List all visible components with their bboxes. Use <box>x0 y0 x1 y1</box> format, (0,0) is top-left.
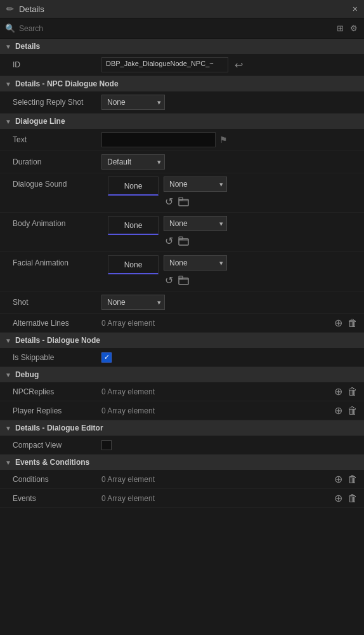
facial-animation-row: Facial Animation None None ↺ <box>0 252 364 291</box>
dialogue-sound-value: None None ↺ <box>108 177 358 209</box>
body-animation-reset-button[interactable]: ↺ <box>164 234 174 248</box>
grid-icon[interactable]: ⊞ <box>335 22 345 34</box>
conditions-row: Conditions 0 Array element ⊕ 🗑 <box>0 470 364 489</box>
section-npc-dialogue-node[interactable]: ▼ Details - NPC Dialogue Node <box>0 76 364 91</box>
duration-select[interactable]: Default <box>101 154 165 170</box>
flag-icon[interactable]: ⚑ <box>219 135 228 145</box>
conditions-add-button[interactable]: ⊕ <box>334 473 342 485</box>
id-value-area: DBP_Jake_DialogueNode_NPC_~ ↩ <box>101 57 358 72</box>
facial-animation-value: None None ↺ <box>108 255 358 288</box>
body-animation-select[interactable]: None <box>164 216 227 231</box>
shot-select[interactable]: None <box>101 295 165 310</box>
section-details-title: Details <box>15 42 40 51</box>
alternative-lines-delete-button[interactable]: 🗑 <box>348 318 358 329</box>
conditions-delete-button[interactable]: 🗑 <box>348 474 358 485</box>
id-reset-button[interactable]: ↩ <box>232 59 245 71</box>
section-details[interactable]: ▼ Details <box>0 39 364 54</box>
facial-animation-bottom-row: ↺ <box>164 273 227 288</box>
player-replies-actions: ⊕ 🗑 <box>334 404 358 417</box>
player-replies-add-button[interactable]: ⊕ <box>334 404 342 417</box>
compact-view-value <box>101 440 358 450</box>
body-animation-controls: None ↺ <box>164 216 227 248</box>
shot-select-wrapper: None <box>101 295 165 310</box>
body-animation-asset[interactable]: None <box>108 216 159 235</box>
dialogue-sound-browse-button[interactable] <box>177 196 191 208</box>
player-replies-value: 0 Array element <box>101 406 334 415</box>
section-dialogue-node[interactable]: ▼ Details - Dialogue Node <box>0 333 364 348</box>
events-label: Events <box>13 494 101 503</box>
section-debug-title: Debug <box>15 370 39 379</box>
facial-animation-select[interactable]: None <box>164 255 227 271</box>
events-add-button[interactable]: ⊕ <box>334 492 342 504</box>
text-label: Text <box>13 135 101 144</box>
events-value: 0 Array element <box>101 494 334 503</box>
dialogue-sound-select[interactable]: None <box>164 177 227 192</box>
player-replies-label: Player Replies <box>13 406 101 415</box>
close-button[interactable]: × <box>353 4 358 14</box>
id-value: DBP_Jake_DialogueNode_NPC_~ <box>101 57 228 72</box>
is-skippable-checkbox[interactable] <box>101 352 112 363</box>
selecting-reply-shot-select[interactable]: None <box>101 95 165 110</box>
player-replies-delete-button[interactable]: 🗑 <box>348 405 358 417</box>
section-debug[interactable]: ▼ Debug <box>0 367 364 382</box>
chevron-icon: ▼ <box>5 459 11 466</box>
search-actions: ⊞ ⚙ <box>335 22 359 34</box>
body-animation-row: Body Animation None None ↺ <box>0 213 364 252</box>
section-events-conditions[interactable]: ▼ Events & Conditions <box>0 455 364 470</box>
text-value-area: ⚑ <box>101 132 358 147</box>
shot-row: Shot None <box>0 291 364 314</box>
body-animation-select-wrapper: None <box>164 216 227 231</box>
section-dialogue-editor[interactable]: ▼ Details - Dialogue Editor <box>0 420 364 436</box>
npc-replies-add-button[interactable]: ⊕ <box>334 385 342 398</box>
is-skippable-value <box>101 352 358 363</box>
dialogue-sound-row: Dialogue Sound None None ↺ <box>0 173 364 213</box>
text-input[interactable] <box>101 132 216 147</box>
chevron-icon: ▼ <box>5 81 11 88</box>
conditions-value: 0 Array element <box>101 475 334 484</box>
chevron-icon: ▼ <box>5 425 11 432</box>
search-bar: 🔍 ⊞ ⚙ <box>0 18 364 39</box>
panel-title: Details <box>19 4 348 14</box>
facial-animation-top-row: None <box>164 255 227 271</box>
body-animation-label: Body Animation <box>13 216 101 228</box>
facial-animation-browse-button[interactable] <box>177 274 191 287</box>
alternative-lines-actions: ⊕ 🗑 <box>334 317 358 329</box>
id-label: ID <box>13 60 101 69</box>
section-npc-title: Details - NPC Dialogue Node <box>15 79 119 88</box>
text-row: Text ⚑ <box>0 129 364 151</box>
facial-animation-reset-button[interactable]: ↺ <box>164 273 174 288</box>
selecting-reply-shot-value: None <box>101 95 358 110</box>
facial-animation-asset[interactable]: None <box>108 255 159 274</box>
alternative-lines-value: 0 Array element <box>101 319 334 328</box>
compact-view-checkbox[interactable] <box>101 440 112 450</box>
duration-value-area: Default <box>101 154 358 170</box>
selecting-reply-shot-label: Selecting Reply Shot <box>13 98 101 107</box>
dialogue-sound-reset-button[interactable]: ↺ <box>164 194 174 209</box>
npc-replies-row: NPCReplies 0 Array element ⊕ 🗑 <box>0 382 364 401</box>
edit-icon: ✏ <box>6 4 14 14</box>
shot-value-area: None <box>101 295 358 310</box>
alternative-lines-row: Alternative Lines 0 Array element ⊕ 🗑 <box>0 314 364 333</box>
settings-icon[interactable]: ⚙ <box>349 22 359 34</box>
title-bar: ✏ Details × <box>0 0 364 18</box>
section-events-conditions-title: Events & Conditions <box>15 458 89 467</box>
npc-replies-delete-button[interactable]: 🗑 <box>348 386 358 398</box>
events-delete-button[interactable]: 🗑 <box>348 493 358 504</box>
facial-animation-controls: None ↺ <box>164 255 227 288</box>
selecting-reply-shot-select-wrapper: None <box>101 95 165 110</box>
conditions-label: Conditions <box>13 475 101 484</box>
conditions-actions: ⊕ 🗑 <box>334 473 358 485</box>
body-animation-browse-button[interactable] <box>177 235 191 248</box>
npc-replies-value: 0 Array element <box>101 387 334 396</box>
alternative-lines-add-button[interactable]: ⊕ <box>334 317 342 329</box>
dialogue-sound-bottom-row: ↺ <box>164 194 227 209</box>
dialogue-sound-select-wrapper: None <box>164 177 227 192</box>
chevron-icon: ▼ <box>5 371 11 378</box>
dialogue-sound-asset[interactable]: None <box>108 177 159 196</box>
facial-animation-select-wrapper: None <box>164 255 227 271</box>
section-dialogue-line[interactable]: ▼ Dialogue Line <box>0 114 364 129</box>
duration-row: Duration Default <box>0 151 364 173</box>
search-icon: 🔍 <box>5 23 15 33</box>
duration-label: Duration <box>13 157 101 166</box>
search-input[interactable] <box>19 24 332 33</box>
